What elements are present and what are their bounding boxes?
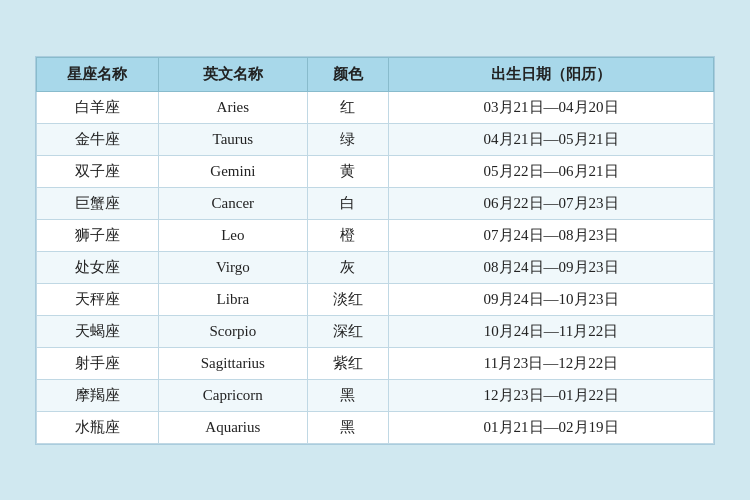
cell-cn: 巨蟹座 — [37, 187, 159, 219]
cell-en: Libra — [158, 283, 307, 315]
cell-color: 红 — [307, 91, 388, 123]
cell-en: Taurus — [158, 123, 307, 155]
cell-date: 05月22日—06月21日 — [389, 155, 714, 187]
table-row: 巨蟹座Cancer白06月22日—07月23日 — [37, 187, 714, 219]
cell-color: 黑 — [307, 379, 388, 411]
cell-cn: 狮子座 — [37, 219, 159, 251]
cell-en: Aquarius — [158, 411, 307, 443]
cell-en: Scorpio — [158, 315, 307, 347]
zodiac-table-wrapper: 星座名称 英文名称 颜色 出生日期（阳历） 白羊座Aries红03月21日—04… — [35, 56, 715, 445]
table-header-row: 星座名称 英文名称 颜色 出生日期（阳历） — [37, 57, 714, 91]
table-row: 狮子座Leo橙07月24日—08月23日 — [37, 219, 714, 251]
cell-date: 08月24日—09月23日 — [389, 251, 714, 283]
cell-color: 绿 — [307, 123, 388, 155]
cell-cn: 射手座 — [37, 347, 159, 379]
table-row: 金牛座Taurus绿04月21日—05月21日 — [37, 123, 714, 155]
cell-en: Capricorn — [158, 379, 307, 411]
table-row: 水瓶座Aquarius黑01月21日—02月19日 — [37, 411, 714, 443]
cell-cn: 天蝎座 — [37, 315, 159, 347]
header-en: 英文名称 — [158, 57, 307, 91]
cell-date: 09月24日—10月23日 — [389, 283, 714, 315]
cell-en: Leo — [158, 219, 307, 251]
cell-color: 淡红 — [307, 283, 388, 315]
cell-color: 紫红 — [307, 347, 388, 379]
table-row: 双子座Gemini黄05月22日—06月21日 — [37, 155, 714, 187]
cell-cn: 白羊座 — [37, 91, 159, 123]
cell-en: Cancer — [158, 187, 307, 219]
cell-date: 01月21日—02月19日 — [389, 411, 714, 443]
cell-en: Aries — [158, 91, 307, 123]
cell-date: 04月21日—05月21日 — [389, 123, 714, 155]
cell-cn: 天秤座 — [37, 283, 159, 315]
cell-cn: 处女座 — [37, 251, 159, 283]
table-row: 白羊座Aries红03月21日—04月20日 — [37, 91, 714, 123]
cell-cn: 金牛座 — [37, 123, 159, 155]
table-row: 摩羯座Capricorn黑12月23日—01月22日 — [37, 379, 714, 411]
cell-date: 12月23日—01月22日 — [389, 379, 714, 411]
cell-cn: 摩羯座 — [37, 379, 159, 411]
cell-en: Sagittarius — [158, 347, 307, 379]
cell-color: 深红 — [307, 315, 388, 347]
cell-date: 10月24日—11月22日 — [389, 315, 714, 347]
table-row: 处女座Virgo灰08月24日—09月23日 — [37, 251, 714, 283]
header-color: 颜色 — [307, 57, 388, 91]
cell-color: 白 — [307, 187, 388, 219]
header-date: 出生日期（阳历） — [389, 57, 714, 91]
cell-date: 06月22日—07月23日 — [389, 187, 714, 219]
table-body: 白羊座Aries红03月21日—04月20日金牛座Taurus绿04月21日—0… — [37, 91, 714, 443]
cell-en: Gemini — [158, 155, 307, 187]
cell-color: 黑 — [307, 411, 388, 443]
cell-color: 橙 — [307, 219, 388, 251]
cell-en: Virgo — [158, 251, 307, 283]
cell-date: 03月21日—04月20日 — [389, 91, 714, 123]
cell-cn: 双子座 — [37, 155, 159, 187]
cell-date: 07月24日—08月23日 — [389, 219, 714, 251]
cell-color: 黄 — [307, 155, 388, 187]
cell-cn: 水瓶座 — [37, 411, 159, 443]
cell-date: 11月23日—12月22日 — [389, 347, 714, 379]
header-cn: 星座名称 — [37, 57, 159, 91]
table-row: 天蝎座Scorpio深红10月24日—11月22日 — [37, 315, 714, 347]
zodiac-table: 星座名称 英文名称 颜色 出生日期（阳历） 白羊座Aries红03月21日—04… — [36, 57, 714, 444]
table-row: 射手座Sagittarius紫红11月23日—12月22日 — [37, 347, 714, 379]
cell-color: 灰 — [307, 251, 388, 283]
table-row: 天秤座Libra淡红09月24日—10月23日 — [37, 283, 714, 315]
